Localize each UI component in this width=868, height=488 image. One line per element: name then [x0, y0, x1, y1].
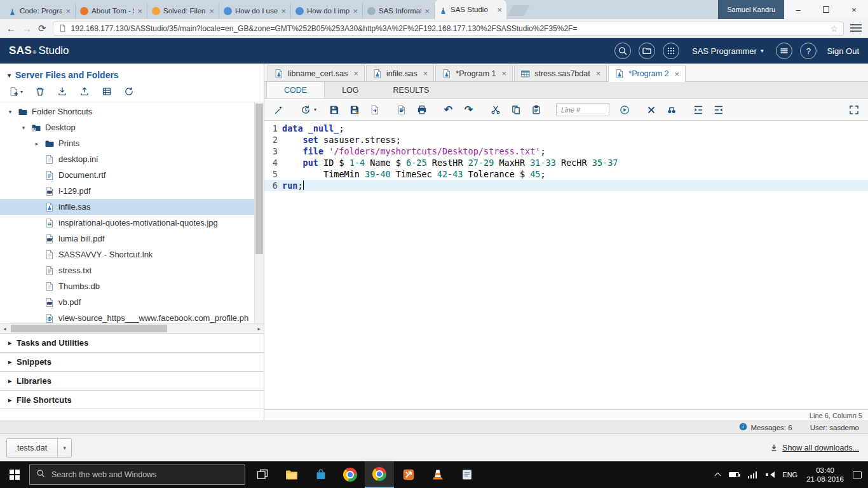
forward-button[interactable]: → [22, 24, 32, 33]
network-icon[interactable] [748, 471, 757, 478]
view-tab-code[interactable]: CODE [266, 82, 325, 98]
window-minimize-button[interactable]: – [784, 0, 812, 19]
download-item-menu-icon[interactable]: ▾ [57, 439, 71, 457]
header-search-icon[interactable] [614, 43, 631, 59]
window-close-button[interactable]: × [840, 0, 868, 19]
hidden-icons-chevron-icon[interactable] [714, 473, 721, 479]
redo-button[interactable]: ↷ [459, 102, 478, 118]
browser-tab[interactable]: Code: Program 2× [4, 3, 76, 19]
download-source-button[interactable] [365, 102, 384, 118]
clear-code-button[interactable] [642, 102, 660, 118]
tree-expander-icon[interactable]: ▾ [6, 109, 14, 115]
file-explorer-icon[interactable] [277, 461, 306, 488]
browser-tab[interactable]: SAS Information C× [363, 3, 435, 19]
code-line[interactable]: 3 file '/folders/myshortcuts/Desktop/str… [264, 146, 868, 157]
header-menu-icon[interactable] [776, 43, 792, 59]
tree-item[interactable]: desktop.ini [0, 151, 254, 167]
task-view-icon[interactable] [248, 461, 277, 488]
print-button[interactable] [412, 102, 431, 118]
document-tab[interactable]: libname_cert.sas× [268, 65, 365, 81]
copy-button[interactable] [506, 102, 525, 118]
browser-tab[interactable]: About Tom - SAS× [76, 3, 147, 19]
tree-item[interactable]: stress.txt [0, 262, 254, 278]
tree-item[interactable]: PDFi-129.pdf [0, 183, 254, 199]
tab-close-icon[interactable]: × [596, 69, 601, 78]
tab-close-icon[interactable]: × [65, 7, 71, 15]
save-as-button[interactable] [345, 102, 363, 118]
tree-vertical-scrollbar[interactable] [254, 102, 264, 323]
tab-close-icon[interactable]: × [137, 7, 142, 15]
tree-item[interactable]: ▾Folder Shortcuts [0, 104, 254, 119]
sidebar-section-tasks-and-utilities[interactable]: ▸Tasks and Utilities [0, 333, 264, 352]
view-tab-log[interactable]: LOG [325, 82, 376, 98]
goto-line-input[interactable] [556, 103, 609, 116]
maximize-button[interactable] [844, 102, 863, 118]
bookmark-star-icon[interactable]: ☆ [830, 24, 838, 34]
url-box[interactable]: 192.168.177.130/SASStudio/35/main?locale… [53, 22, 844, 36]
header-apps-grid-icon[interactable] [663, 43, 679, 59]
orange-app-icon[interactable] [394, 461, 423, 488]
taskbar-clock[interactable]: 03:40 21-08-2016 [806, 466, 844, 484]
taskbar-search-box[interactable]: Search the web and Windows [29, 464, 245, 485]
code-line[interactable]: 6run; [264, 180, 868, 191]
sidebar-section-file-shortcuts[interactable]: ▸File Shortcuts [0, 390, 264, 409]
properties-button[interactable] [102, 86, 112, 97]
document-tab[interactable]: stress.sas7bdat× [514, 65, 607, 81]
tree-item[interactable]: ▾Desktop [0, 119, 254, 135]
new-tab-button[interactable] [507, 5, 529, 16]
page-security-icon[interactable] [58, 24, 67, 32]
goto-line-button[interactable] [615, 102, 634, 118]
chrome-icon[interactable] [336, 461, 365, 488]
tree-expander-icon[interactable]: ▾ [20, 125, 27, 131]
tab-close-icon[interactable]: × [353, 7, 358, 15]
refresh-button[interactable] [124, 86, 134, 97]
header-folder-icon[interactable] [639, 43, 655, 59]
tree-item[interactable]: SASSAVVY - Shortcut.lnk [0, 247, 254, 262]
download-item-button[interactable]: tests.dat ▾ [6, 438, 72, 458]
find-replace-button[interactable] [662, 102, 681, 118]
tree-horizontal-scrollbar[interactable]: ◂ ▸ [0, 323, 264, 333]
tab-close-icon[interactable]: × [497, 6, 502, 14]
upload-file-button[interactable] [79, 86, 90, 97]
code-line[interactable]: 2 set sasuser.stress; [264, 134, 868, 146]
window-maximize-button[interactable] [812, 0, 840, 19]
scroll-right-arrow[interactable]: ▸ [254, 326, 264, 332]
section-server-files-and-folders[interactable]: ▾ Server Files and Folders [0, 64, 264, 83]
start-button[interactable] [0, 461, 29, 488]
tree-item[interactable]: view-source_https___www.facebook.com_pro… [0, 310, 254, 323]
save-button[interactable] [325, 102, 343, 118]
print-preview-button[interactable] [392, 102, 410, 118]
chrome-icon[interactable] [365, 461, 394, 488]
scrollbar-track[interactable] [10, 324, 254, 333]
back-button[interactable]: ← [6, 24, 16, 33]
scrollbar-thumb[interactable] [11, 325, 167, 332]
new-item-button[interactable]: ▾ [9, 86, 23, 97]
scroll-left-arrow[interactable]: ◂ [0, 326, 10, 332]
tree-item[interactable]: inspirational-quotes-motivational-quotes… [0, 215, 254, 231]
browser-tab[interactable]: Solved: Filename S× [147, 3, 219, 19]
tree-item[interactable]: Document.rtf [0, 167, 254, 183]
paste-button[interactable] [527, 102, 545, 118]
tab-close-icon[interactable]: × [209, 7, 214, 15]
code-line[interactable]: 1data _null_; [264, 123, 868, 134]
shift-right-button[interactable] [689, 102, 707, 118]
edit-tools-button[interactable] [269, 102, 288, 118]
browser-tab[interactable]: SAS Studio× [435, 0, 506, 19]
sign-out-button[interactable]: Sign Out [827, 46, 859, 56]
tab-close-icon[interactable]: × [675, 69, 680, 79]
tree-item[interactable]: ▸Prints [0, 135, 254, 151]
messages-indicator[interactable]: i Messages: 6 [739, 423, 792, 432]
code-line[interactable]: 4 put ID $ 1-4 Name $ 6-25 RestHR 27-29 … [264, 157, 868, 168]
view-tab-results[interactable]: RESULTS [376, 82, 447, 98]
tree-item[interactable]: PDFvb.pdf [0, 294, 254, 310]
undo-button[interactable]: ↶ [439, 102, 458, 118]
browser-tab[interactable]: How do I import d× [291, 3, 363, 19]
delete-button[interactable] [35, 86, 45, 97]
document-tab[interactable]: *Program 2× [608, 65, 686, 82]
browser-tab[interactable]: How do I use my e× [219, 3, 291, 19]
tab-close-icon[interactable]: × [423, 69, 428, 78]
action-center-icon[interactable] [853, 471, 862, 478]
language-indicator[interactable]: ENG [782, 471, 797, 478]
document-tab[interactable]: infile.sas× [366, 65, 434, 81]
tab-close-icon[interactable]: × [424, 7, 430, 15]
